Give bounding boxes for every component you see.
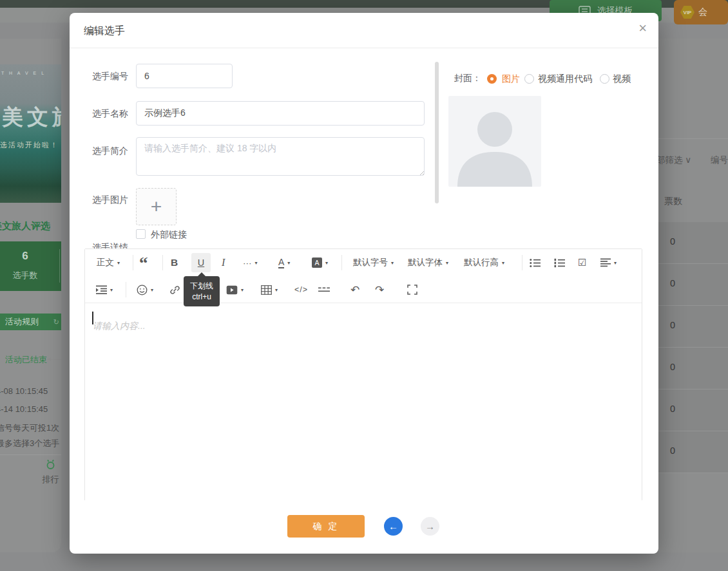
rich-text-editor: 正文▾ “ B U I ···▾ A▾ A▾ 默认字号▾ 默认字体▾ 默认行高▾ [84,248,642,501]
more-styles-dropdown[interactable]: ···▾ [243,253,258,272]
chevron-down-icon: ▾ [287,260,290,266]
fullscreen-icon[interactable] [407,280,417,299]
prev-player-button[interactable]: ← [384,517,403,536]
editor-content-area[interactable]: 请输入内容... [85,303,642,501]
person-silhouette-icon [448,96,541,187]
vote-count: 0 [670,278,675,288]
chevron-down-icon: ▾ [614,260,617,266]
player-intro-label: 选手简介 [92,145,128,157]
link-icon[interactable] [169,280,180,299]
plus-icon: + [151,196,162,218]
vote-rule-1: 信号每天可投1次 [0,422,59,434]
undo-icon[interactable]: ↶ [350,280,359,299]
vote-count: 0 [670,404,675,414]
player-name-input[interactable] [136,101,425,126]
table-row: 0 [658,389,728,431]
filter-label: 部筛选 [656,155,683,165]
panel-divider [658,138,728,139]
activity-rules-label: 活动规则 [5,317,39,326]
vip-label: 会 [698,6,707,18]
chevron-down-icon: ▾ [502,260,504,266]
activity-rules-bar[interactable]: 活动规则 ↻ [0,314,61,330]
font-family-dropdown[interactable]: 默认字体▾ [408,253,448,272]
event-title: 美文旅人评选 [0,220,50,232]
chevron-down-icon: ▾ [151,287,153,293]
confirm-button[interactable]: 确 定 [287,515,365,538]
vote-count: 0 [670,236,675,247]
table-row: 0 [658,306,728,348]
toolbar-separator [341,255,342,270]
cover-radio-video[interactable] [600,74,609,84]
chevron-down-icon: ▾ [241,287,244,293]
chevron-down-icon: ▾ [325,260,328,266]
rank-medal-icon [45,459,56,470]
activity-status: 活动已结束 [5,354,47,366]
font-color-dropdown[interactable]: A▾ [278,253,290,272]
align-dropdown[interactable]: ▾ [600,253,617,272]
line-height-dropdown[interactable]: 默认行高▾ [464,253,504,272]
table-row: 0 [658,431,728,473]
rules-edit-icon: ↻ [53,314,59,330]
stat-divider [59,249,60,283]
cover-radio-image[interactable] [487,74,497,84]
cover-radio-image-label[interactable]: 图片 [502,73,520,85]
paragraph-style-dropdown[interactable]: 正文▾ [97,253,120,272]
vote-count: 0 [670,320,675,330]
cover-image-placeholder [448,96,541,187]
emoji-dropdown[interactable]: ▾ [137,280,153,299]
cover-label: 封面： [454,73,481,84]
chevron-down-icon: ▾ [275,287,278,293]
bullet-list-icon[interactable] [530,253,541,272]
cover-radio-video-code[interactable] [524,74,534,84]
event-title-row: 美文旅人评选 [0,203,61,241]
player-number-input[interactable] [136,64,233,88]
code-block-icon[interactable]: </> [294,280,308,299]
player-table-panel: 部筛选 ∨ 编号 票数 0 0 0 0 0 0 [658,39,728,552]
form-scrollbar[interactable] [435,62,439,203]
redo-icon[interactable]: ↷ [375,280,384,299]
activity-preview-panel: T H A V E L 美文旅人 选活动开始啦！ 美文旅人评选 6 选手数 活动… [0,39,61,552]
toolbar-separator [133,255,133,270]
cover-radio-video-label[interactable]: 视频 [613,73,631,85]
divider-icon[interactable] [318,280,330,299]
vip-badge-icon: VIP [680,6,694,19]
underline-icon[interactable]: U [191,253,211,272]
start-time: 4-08 10:15:45 [0,386,48,396]
player-image-label: 选手图片 [92,194,128,206]
table-dropdown[interactable]: ▾ [261,280,278,299]
font-size-dropdown[interactable]: 默认字号▾ [353,253,394,272]
rank-tab[interactable]: 排行 [40,459,61,485]
cover-radio-video-code-label[interactable]: 视频通用代码 [538,73,592,85]
bold-icon[interactable]: B [171,253,178,272]
chevron-down-icon: ▾ [117,260,120,266]
close-icon[interactable]: × [638,21,647,35]
activity-banner-image: T H A V E L 美文旅人 选活动开始啦！ [0,64,61,203]
filter-dropdown[interactable]: 部筛选 ∨ [656,154,691,166]
vote-rule-2: 最多选择3个选手 [0,438,59,449]
vip-member-button[interactable]: VIP 会 [674,0,728,24]
next-player-button[interactable]: → [421,517,439,536]
player-count-box: 6 选手数 [0,241,61,291]
player-intro-textarea[interactable] [136,137,425,176]
toolbar-separator [162,255,163,270]
ordered-list-icon[interactable] [554,253,565,272]
screen: 选择模板 VIP 会 T H A V E L 美文旅人 选活动开始啦！ 美文旅人… [0,0,728,571]
vote-count: 0 [670,362,675,372]
rank-label: 排行 [40,474,61,485]
video-dropdown[interactable]: ▾ [226,280,244,299]
image-upload-button[interactable]: + [136,188,177,225]
external-link-label: 外部链接 [151,229,187,241]
external-link-checkbox[interactable] [136,229,146,239]
player-number-label: 选手编号 [92,71,128,82]
italic-icon[interactable]: I [222,253,225,272]
table-row: 0 [658,348,728,389]
chevron-down-icon: ▾ [110,287,113,293]
indent-dropdown[interactable]: ▾ [96,280,113,299]
underline-tooltip: 下划线 ctrl+u [184,276,220,306]
tooltip-shortcut: ctrl+u [184,292,220,303]
sort-dropdown[interactable]: 编号 [711,154,728,166]
panel-divider [0,454,61,455]
bg-color-dropdown[interactable]: A▾ [312,253,328,272]
checklist-icon[interactable]: ☑ [578,253,586,272]
status-line [50,359,61,360]
